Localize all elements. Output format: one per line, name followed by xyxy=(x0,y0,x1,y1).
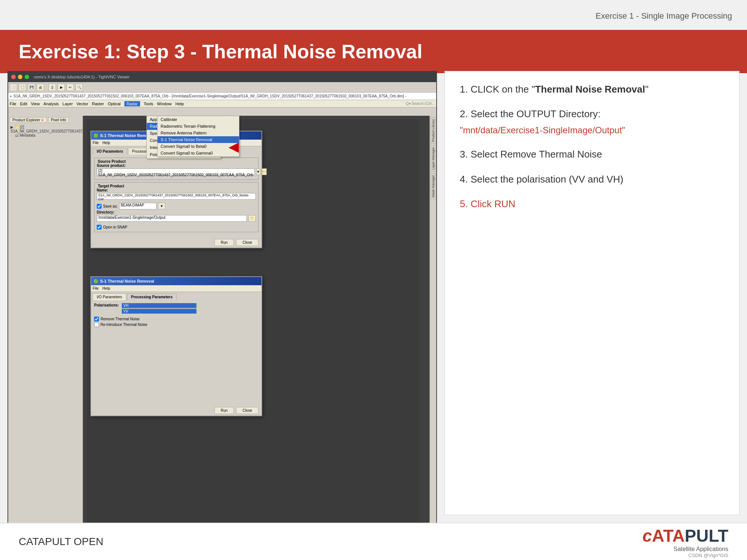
snap-window: ⬜ 📋 💾 🖨 || ▶ ↩ 🔍 ● S1A_IW_GRDH_1SDV_2015… xyxy=(8,82,436,548)
dialog1-run-btn[interactable]: Run xyxy=(214,239,234,246)
dialog2-help[interactable]: Help xyxy=(102,286,110,290)
name-label: Name: xyxy=(97,188,256,192)
open-snap-checkbox[interactable] xyxy=(97,225,102,230)
app-menubar: File Edit View Analysis Layer Vector Ras… xyxy=(8,100,436,108)
menu-vector[interactable]: Vector xyxy=(77,102,88,106)
instruction-step2: 2. Select the OUTPUT Directory: "mnt/dat… xyxy=(460,107,724,136)
layer-manager-tab[interactable]: Layer Manager xyxy=(431,145,436,172)
dialog1-footer: Run Close xyxy=(91,237,261,248)
save-as-btn[interactable]: ▼ xyxy=(158,203,165,209)
vnc-maximize-btn[interactable] xyxy=(25,75,29,79)
save-as-label: Save as: xyxy=(103,204,118,208)
save-as-checkbox[interactable] xyxy=(97,204,102,209)
directory-input[interactable]: /mnt/data/Exercise1-SingleImage/Output xyxy=(97,215,247,222)
toolbar-btn-8[interactable]: 🔍 xyxy=(75,84,83,91)
exercise-label: Exercise 1 - Single Image Processing xyxy=(595,11,732,21)
polarisation-vv[interactable]: VV xyxy=(122,309,196,314)
tab2-processing-params[interactable]: Processing Parameters xyxy=(127,293,177,300)
save-as-row: Save as: BEAM-DIMAP ▼ xyxy=(97,203,256,209)
toolbar-btn-2[interactable]: 📋 xyxy=(19,84,26,91)
sigma-gamma-item[interactable]: Convert Sigma0 to Gamma0 xyxy=(158,150,239,156)
menu-tools[interactable]: Tools xyxy=(144,102,154,106)
tab2-io-params[interactable]: I/O Parameters xyxy=(93,293,126,300)
dialog2-menubar: File Help xyxy=(91,285,261,292)
directory-label: Directory: xyxy=(97,210,256,214)
directory-browse-btn[interactable]: 📁 xyxy=(248,215,256,222)
dialog2-run-btn[interactable]: Run xyxy=(214,407,234,414)
slide-title: Exercise 1: Step 3 - Thermal Noise Remov… xyxy=(19,40,728,63)
remove-antenna-item[interactable]: Remove Antenna Pattern xyxy=(158,130,239,136)
thermal-noise-bold: Thermal Noise Removal xyxy=(535,84,645,95)
product-tree-item[interactable]: ▶ 📁 [2] S1A_IW_GRDH_1SDV_20150527T061437… xyxy=(10,125,80,133)
dialog2-close-btn[interactable]: Close xyxy=(236,407,258,414)
instruction-step1: 1. CLICK on the "Thermal Noise Removal" xyxy=(460,83,724,96)
polarisations-group: Polarisations: VH VV xyxy=(94,303,258,314)
toolbar-btn-3[interactable]: 💾 xyxy=(28,84,35,91)
source-product-legend: Source Product xyxy=(97,159,256,164)
sigma-beta-item[interactable]: Convert Sigma0 to Beta0 xyxy=(158,143,239,150)
product-library-tab[interactable]: Product Library xyxy=(431,117,436,144)
radiometric-submenu: Calibrate Radiometric Terrain Flattening… xyxy=(157,116,239,157)
source-browse-btn[interactable]: ▼ xyxy=(256,168,260,175)
product-explorer-tab[interactable]: Product Explorer ✕ xyxy=(10,117,47,123)
source-folder-btn[interactable]: 📁 xyxy=(262,168,267,175)
instruction-step3: 3. Select Remove Thermal Noise xyxy=(460,147,724,161)
toolbar-btn-5[interactable]: || xyxy=(49,84,56,91)
dialog1-help[interactable]: Help xyxy=(102,141,110,145)
menu-file[interactable]: File xyxy=(10,102,16,106)
thermal-noise-item[interactable]: S-1 Thermal Noise Removal xyxy=(158,136,239,143)
toolbar-btn-6[interactable]: ▶ xyxy=(58,84,65,91)
polarisations-label: Polarisations: xyxy=(94,303,119,307)
name-form: Name: S1A_IW_GRDH_1SDV_20150527T061437_2… xyxy=(97,188,256,200)
reintroduce-noise-checkbox[interactable] xyxy=(94,322,99,327)
menu-view[interactable]: View xyxy=(31,102,40,106)
target-product-legend: Target Product xyxy=(97,184,256,188)
reintroduce-noise-label: Re-Introduce Thermal Noise xyxy=(100,323,147,327)
menu-optical[interactable]: Optical xyxy=(108,102,120,106)
red-arrow-annotation: ◀ xyxy=(229,139,239,155)
menu-edit[interactable]: Edit xyxy=(20,102,27,106)
menu-radar[interactable]: Radar xyxy=(124,101,140,106)
metadata-item[interactable]: 🗂 Metadata xyxy=(10,133,80,137)
snap-body: Product Explorer ✕ Pixel Info ▶ 📁 [2] S1… xyxy=(8,116,436,548)
toolbar-btn-4[interactable]: 🖨 xyxy=(37,84,44,91)
dialog2-titlebar: 🟢 S-1 Thermal Noise Removal xyxy=(91,277,261,285)
calibrate-item[interactable]: Calibrate xyxy=(158,116,239,123)
snap-toolbar: ⬜ 📋 💾 🖨 || ▶ ↩ 🔍 xyxy=(8,82,436,93)
dialog1-close-btn[interactable]: Close xyxy=(236,239,258,246)
menu-window[interactable]: Window xyxy=(157,102,171,106)
save-as-input[interactable]: BEAM-DIMAP xyxy=(119,203,156,209)
dialog1-file[interactable]: File xyxy=(93,141,99,145)
mask-manager-tab[interactable]: Mask Manager xyxy=(431,173,436,199)
dialog2-title: S-1 Thermal Noise Removal xyxy=(100,279,154,283)
source-input[interactable]: [2] S1A_IW_GRDH_1SDV_20150527T061437_201… xyxy=(97,168,255,175)
right-sidebar: Product Library Layer Manager Mask Manag… xyxy=(430,116,436,548)
menu-help[interactable]: Help xyxy=(175,102,184,106)
source-product-group: Source Product Source product: [2] S1A_I… xyxy=(94,158,258,180)
polarisation-vh[interactable]: VH xyxy=(122,303,196,308)
terrain-flatten-item[interactable]: Radiometric Terrain Flattening xyxy=(158,123,239,130)
reintroduce-noise-row: Re-Introduce Thermal Noise xyxy=(94,322,258,327)
tab-io-params[interactable]: I/O Parameters xyxy=(93,148,127,155)
menu-raster[interactable]: Raster xyxy=(92,102,104,106)
dialog2-icon: 🟢 xyxy=(93,279,99,284)
name-input-row: S1A_IW_GRDH_1SDV_20150527T061437_2015052… xyxy=(97,193,256,200)
center-area: Apply Orbit File Radiometric ▶ Speckle F… xyxy=(83,116,430,548)
source-product-form: Source product: [2] S1A_IW_GRDH_1SDV_201… xyxy=(97,164,256,175)
logo-c: c xyxy=(642,526,652,545)
vnc-minimize-btn[interactable] xyxy=(18,75,22,79)
toolbar-btn-1[interactable]: ⬜ xyxy=(10,84,17,91)
vnc-title: cems's X desktop (ubuntu1404:1) - TightV… xyxy=(34,75,130,79)
menu-analysis[interactable]: Analysis xyxy=(43,102,59,106)
dialog2-file[interactable]: File xyxy=(93,286,99,290)
dialog1-body: Source Product Source product: [2] S1A_I… xyxy=(91,155,261,237)
dialog2-footer: Run Close xyxy=(91,405,261,416)
pixel-info-tab[interactable]: Pixel Info xyxy=(48,117,69,123)
toolbar-btn-7[interactable]: ↩ xyxy=(66,84,74,91)
menu-layer[interactable]: Layer xyxy=(62,102,73,106)
directory-form: Directory: /mnt/data/Exercise1-SingleIma… xyxy=(97,210,256,222)
vnc-close-btn[interactable] xyxy=(11,75,16,79)
name-input[interactable]: S1A_IW_GRDH_1SDV_20150527T061437_2015052… xyxy=(97,193,256,200)
remove-noise-checkbox[interactable] xyxy=(94,317,99,321)
remove-noise-label: Remove Thermal Noise xyxy=(100,317,140,321)
